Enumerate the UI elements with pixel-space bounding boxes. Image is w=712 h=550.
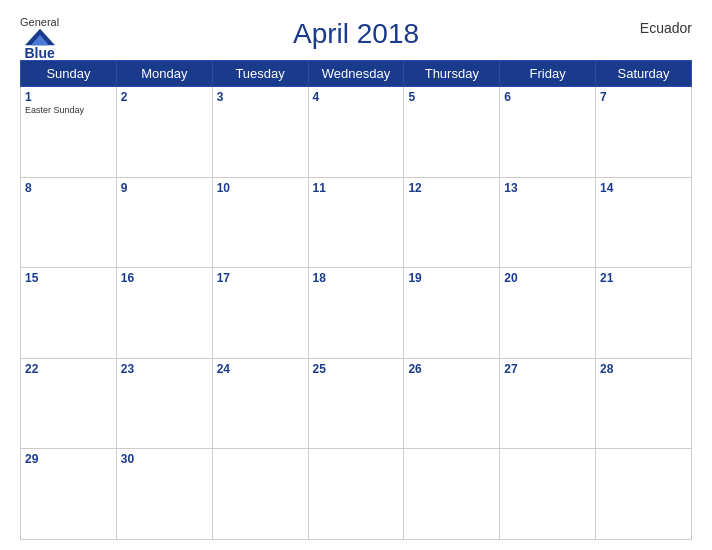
- logo-general: General: [20, 16, 59, 28]
- event-label: Easter Sunday: [25, 105, 112, 115]
- calendar-cell: 24: [212, 358, 308, 449]
- day-number: 6: [504, 90, 591, 104]
- calendar-week-1: 1Easter Sunday234567: [21, 87, 692, 178]
- calendar-cell: [596, 449, 692, 540]
- calendar-cell: 23: [116, 358, 212, 449]
- calendar-week-5: 2930: [21, 449, 692, 540]
- calendar-cell: 28: [596, 358, 692, 449]
- day-number: 19: [408, 271, 495, 285]
- day-number: 7: [600, 90, 687, 104]
- day-number: 4: [313, 90, 400, 104]
- day-number: 2: [121, 90, 208, 104]
- calendar-header: General Blue April 2018 Ecuador: [20, 10, 692, 54]
- day-number: 24: [217, 362, 304, 376]
- calendar-cell: 13: [500, 177, 596, 268]
- day-number: 16: [121, 271, 208, 285]
- day-number: 9: [121, 181, 208, 195]
- day-number: 14: [600, 181, 687, 195]
- day-number: 10: [217, 181, 304, 195]
- calendar-cell: 9: [116, 177, 212, 268]
- calendar-cell: [212, 449, 308, 540]
- calendar-cell: 5: [404, 87, 500, 178]
- calendar-cell: 15: [21, 268, 117, 359]
- day-number: 1: [25, 90, 112, 104]
- country-label: Ecuador: [640, 20, 692, 36]
- calendar-week-2: 891011121314: [21, 177, 692, 268]
- day-number: 30: [121, 452, 208, 466]
- day-number: 25: [313, 362, 400, 376]
- calendar-cell: 6: [500, 87, 596, 178]
- calendar-cell: 2: [116, 87, 212, 178]
- day-number: 17: [217, 271, 304, 285]
- calendar-cell: 3: [212, 87, 308, 178]
- day-number: 3: [217, 90, 304, 104]
- calendar-cell: 16: [116, 268, 212, 359]
- calendar-cell: [404, 449, 500, 540]
- calendar-cell: 18: [308, 268, 404, 359]
- calendar-cell: 17: [212, 268, 308, 359]
- calendar-cell: 11: [308, 177, 404, 268]
- day-header-friday: Friday: [500, 61, 596, 87]
- day-header-monday: Monday: [116, 61, 212, 87]
- calendar-cell: 20: [500, 268, 596, 359]
- day-number: 8: [25, 181, 112, 195]
- calendar-cell: 10: [212, 177, 308, 268]
- day-number: 22: [25, 362, 112, 376]
- day-number: 18: [313, 271, 400, 285]
- calendar-cell: 26: [404, 358, 500, 449]
- calendar-cell: 29: [21, 449, 117, 540]
- calendar-cell: 1Easter Sunday: [21, 87, 117, 178]
- day-number: 5: [408, 90, 495, 104]
- logo: General Blue: [20, 16, 59, 60]
- logo-blue: Blue: [24, 46, 54, 60]
- calendar-cell: 25: [308, 358, 404, 449]
- day-number: 27: [504, 362, 591, 376]
- calendar-cell: 7: [596, 87, 692, 178]
- calendar-cell: 27: [500, 358, 596, 449]
- calendar-cell: 8: [21, 177, 117, 268]
- day-number: 23: [121, 362, 208, 376]
- day-number: 28: [600, 362, 687, 376]
- day-number: 11: [313, 181, 400, 195]
- day-number: 29: [25, 452, 112, 466]
- calendar-cell: 22: [21, 358, 117, 449]
- calendar-cell: 19: [404, 268, 500, 359]
- day-number: 13: [504, 181, 591, 195]
- day-header-sunday: Sunday: [21, 61, 117, 87]
- calendar-header-row: SundayMondayTuesdayWednesdayThursdayFrid…: [21, 61, 692, 87]
- calendar-week-4: 22232425262728: [21, 358, 692, 449]
- day-number: 20: [504, 271, 591, 285]
- calendar-cell: 12: [404, 177, 500, 268]
- logo-icon: [25, 28, 55, 46]
- calendar-cell: [308, 449, 404, 540]
- calendar-cell: 30: [116, 449, 212, 540]
- day-number: 12: [408, 181, 495, 195]
- day-header-wednesday: Wednesday: [308, 61, 404, 87]
- day-number: 15: [25, 271, 112, 285]
- day-header-tuesday: Tuesday: [212, 61, 308, 87]
- calendar-table: SundayMondayTuesdayWednesdayThursdayFrid…: [20, 60, 692, 540]
- day-header-thursday: Thursday: [404, 61, 500, 87]
- calendar-week-3: 15161718192021: [21, 268, 692, 359]
- day-number: 21: [600, 271, 687, 285]
- calendar-title: April 2018: [293, 18, 419, 50]
- calendar-cell: 14: [596, 177, 692, 268]
- day-header-saturday: Saturday: [596, 61, 692, 87]
- day-number: 26: [408, 362, 495, 376]
- calendar-cell: [500, 449, 596, 540]
- calendar-cell: 21: [596, 268, 692, 359]
- calendar-cell: 4: [308, 87, 404, 178]
